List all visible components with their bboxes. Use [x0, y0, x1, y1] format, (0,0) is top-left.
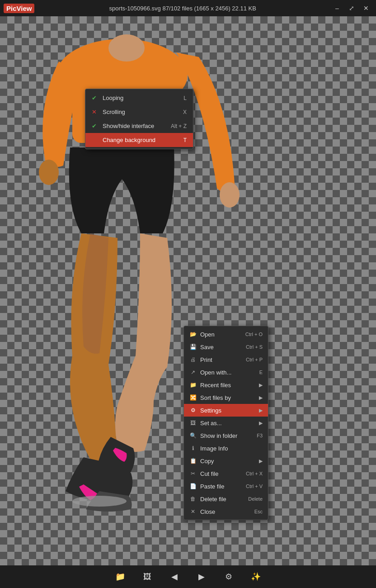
paste-icon: 📄 [189, 483, 197, 490]
submenu-item-scrolling[interactable]: ✕ Scrolling X [85, 105, 193, 119]
menu-label-copy: Copy [200, 458, 255, 465]
menu-item-copy[interactable]: 📋 Copy ▶ [184, 455, 268, 467]
shortcut-print: Ctrl + P [246, 357, 263, 362]
shortcut-cut: Ctrl + X [246, 471, 263, 476]
menu-label-open: Open [200, 331, 242, 338]
cut-icon: ✂ [189, 470, 197, 477]
settings-arrow: ▶ [259, 408, 263, 413]
close-button[interactable]: ✕ [360, 3, 372, 14]
menu-item-open-with[interactable]: ↗ Open with... E [184, 366, 268, 379]
settings-icon: ⚙ [189, 407, 197, 414]
bottom-toolbar: 📁 🖼 ◀ ▶ ⚙ ✨ [0, 565, 376, 588]
logo-text: PicView [4, 4, 34, 13]
menu-item-image-info[interactable]: ℹ Image Info [184, 442, 268, 455]
maximize-button[interactable]: ⤢ [345, 3, 358, 14]
sort-icon: 🔀 [189, 394, 197, 401]
menu-item-settings[interactable]: ⚙ Settings ▶ [184, 404, 268, 417]
menu-item-cut-file[interactable]: ✂ Cut file Ctrl + X [184, 467, 268, 480]
prev-button[interactable]: ◀ [165, 569, 183, 585]
shortcut-open-with: E [259, 370, 263, 375]
svg-point-2 [108, 34, 145, 62]
menu-item-recent-files[interactable]: 📁 Recent files ▶ [184, 379, 268, 391]
submenu-item-looping[interactable]: ✔ Looping L [85, 91, 193, 105]
change-bg-key: T [183, 137, 187, 143]
open-folder-button[interactable]: 📁 [111, 569, 129, 585]
svg-point-4 [220, 182, 240, 208]
menu-label-recent-files: Recent files [200, 382, 255, 389]
show-folder-icon: 🔍 [189, 432, 197, 439]
settings-toolbar-button[interactable]: ⚙ [220, 569, 238, 585]
menu-label-save: Save [200, 344, 242, 351]
menu-item-delete-file[interactable]: 🗑 Delete file Delete [184, 493, 268, 505]
menu-label-image-info: Image Info [200, 445, 263, 452]
show-hide-check-icon: ✔ [92, 123, 99, 129]
menu-item-paste-file[interactable]: 📄 Paste file Ctrl + V [184, 480, 268, 493]
svg-point-5 [72, 496, 127, 507]
set-as-icon: 🖼 [189, 419, 197, 427]
menu-label-sort-files-by: Sort files by [200, 394, 255, 401]
submenu-item-change-background[interactable]: ✔ Change background T [85, 133, 193, 147]
context-menu: 📂 Open Ctrl + O 💾 Save Ctrl + S 🖨 Print … [183, 326, 268, 520]
menu-label-set-as: Set as... [200, 420, 255, 427]
menu-item-set-as[interactable]: 🖼 Set as... ▶ [184, 417, 268, 429]
menu-label-delete-file: Delete file [200, 496, 244, 503]
submenu-label-change-background: Change background [103, 137, 155, 143]
menu-item-save[interactable]: 💾 Save Ctrl + S [184, 341, 268, 353]
shortcut-delete: Delete [248, 496, 263, 502]
menu-label-close: Close [200, 508, 251, 515]
submenu-label-show-hide-interface: Show/hide interface [103, 123, 154, 129]
menu-label-show-in-folder: Show in folder [200, 432, 253, 439]
shortcut-close: Esc [254, 509, 263, 514]
print-icon: 🖨 [189, 356, 197, 363]
close-menu-icon: ✕ [189, 508, 197, 515]
looping-check-icon: ✔ [92, 95, 99, 101]
copy-arrow: ▶ [259, 458, 263, 464]
menu-label-paste-file: Paste file [200, 483, 242, 490]
looping-key: L [183, 95, 187, 101]
recent-files-arrow: ▶ [259, 382, 263, 388]
window-controls: – ⤢ ✕ [331, 3, 372, 14]
effects-button[interactable]: ✨ [247, 569, 265, 585]
shortcut-show-folder: F3 [257, 433, 263, 438]
scrolling-x-icon: ✕ [92, 109, 99, 115]
menu-label-print: Print [200, 356, 242, 363]
svg-point-3 [39, 160, 59, 185]
show-hide-key: Alt + Z [171, 123, 187, 129]
open-with-icon: ↗ [189, 369, 197, 376]
sort-arrow: ▶ [259, 395, 263, 401]
image-info-icon: ℹ [189, 445, 197, 452]
title-bar: PicView sports-1050966.svg 87/102 files … [0, 0, 376, 16]
set-as-arrow: ▶ [259, 420, 263, 426]
scrolling-key: X [183, 109, 187, 115]
change-bg-check-icon: ✔ [92, 137, 99, 143]
submenu-label-scrolling: Scrolling [103, 109, 125, 115]
shortcut-save: Ctrl + S [246, 344, 263, 350]
shortcut-open: Ctrl + O [245, 332, 263, 337]
open-icon: 📂 [189, 331, 197, 338]
menu-label-settings: Settings [200, 407, 255, 414]
shortcut-paste: Ctrl + V [246, 484, 263, 489]
menu-item-show-in-folder[interactable]: 🔍 Show in folder F3 [184, 429, 268, 442]
next-button[interactable]: ▶ [193, 569, 211, 585]
settings-submenu: ✔ Looping L ✕ Scrolling X ✔ Show/hide in… [85, 89, 193, 149]
minimize-button[interactable]: – [331, 3, 343, 14]
recent-files-icon: 📁 [189, 381, 197, 389]
menu-item-sort-files-by[interactable]: 🔀 Sort files by ▶ [184, 391, 268, 404]
menu-item-print[interactable]: 🖨 Print Ctrl + P [184, 353, 268, 366]
submenu-item-show-hide-interface[interactable]: ✔ Show/hide interface Alt + Z [85, 119, 193, 133]
submenu-label-looping: Looping [103, 95, 123, 101]
menu-label-cut-file: Cut file [200, 470, 242, 477]
menu-label-open-with: Open with... [200, 369, 256, 376]
delete-icon: 🗑 [189, 495, 197, 503]
save-icon: 💾 [189, 343, 197, 351]
gallery-button[interactable]: 🖼 [138, 569, 156, 585]
window-title: sports-1050966.svg 87/102 files (1665 x … [34, 5, 331, 12]
menu-item-close[interactable]: ✕ Close Esc [184, 505, 268, 518]
menu-item-open[interactable]: 📂 Open Ctrl + O [184, 328, 268, 341]
copy-icon: 📋 [189, 457, 197, 465]
app-logo: PicView [4, 4, 34, 13]
